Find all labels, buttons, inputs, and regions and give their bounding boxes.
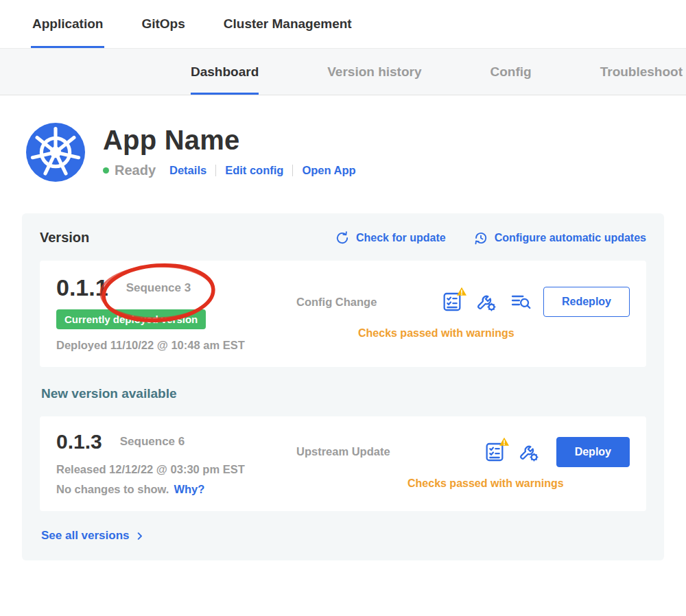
new-version-card: 0.1.3 Sequence 6 Released 12/12/22 @ 03:… [40,416,646,511]
config-wrench-icon[interactable] [518,441,540,463]
why-link[interactable]: Why? [174,483,204,496]
no-changes-text: No changes to show. [56,483,169,496]
preflight-checks-icon[interactable] [441,291,463,313]
sub-nav: Dashboard Version history Config Trouble… [0,49,686,95]
released-timestamp: Released 12/12/22 @ 03:30 pm EST [56,463,289,476]
current-version-check-icons [441,291,532,313]
scheduled-update-icon [473,230,488,246]
check-for-update-label: Check for update [356,232,446,244]
open-app-link[interactable]: Open App [302,164,355,177]
divider [215,165,216,176]
app-header: App Name Ready Details Edit config Open … [26,123,686,182]
config-wrench-icon[interactable] [475,291,497,313]
preflight-checks-icon[interactable] [484,441,506,463]
version-section: Version Check for update [22,213,664,560]
status-row: Ready Details Edit config Open App [103,163,356,178]
tab-config[interactable]: Config [490,49,532,95]
warning-triangle-icon [499,436,510,447]
current-version-source: Config Change [296,296,416,309]
refresh-icon [335,230,350,246]
configure-automatic-updates-label: Configure automatic updates [495,232,646,244]
new-version-heading: New version available [41,386,646,401]
app-header-text: App Name Ready Details Edit config Open … [103,123,356,178]
tab-troubleshoot[interactable]: Troubleshoot [600,49,683,95]
tab-version-history[interactable]: Version history [327,49,421,95]
tab-application[interactable]: Application [31,0,104,48]
kubernetes-logo-icon [26,123,85,182]
current-version-number: 0.1.1 [56,274,108,301]
warning-triangle-icon [456,286,467,297]
current-version-info: 0.1.1 Sequence 3 Currently deployed vers… [56,274,289,352]
tab-cluster-management[interactable]: Cluster Management [222,0,353,48]
top-nav: Application GitOps Cluster Management [0,0,686,49]
view-files-search-icon[interactable] [510,291,532,313]
version-section-title: Version [40,230,89,246]
status-dot-icon [103,167,109,174]
see-all-versions-label: See all versions [41,529,130,543]
new-version-actions: Upstream Update [289,430,630,496]
tab-dashboard[interactable]: Dashboard [191,49,259,95]
tab-gitops[interactable]: GitOps [140,0,186,48]
divider [292,165,293,176]
check-for-update-button[interactable]: Check for update [335,230,446,246]
deployed-timestamp: Deployed 11/10/22 @ 10:48 am EST [56,339,289,352]
current-version-sequence: Sequence 3 [126,281,191,295]
new-version-sequence: Sequence 6 [120,435,185,449]
current-version-checks-status: Checks passed with warnings [358,327,630,340]
details-link[interactable]: Details [169,164,206,177]
current-version-actions: Config Change [289,274,630,352]
version-section-header: Version Check for update [40,230,646,246]
page-title: App Name [103,124,356,156]
redeploy-button[interactable]: Redeploy [543,287,630,317]
current-version-card: 0.1.1 Sequence 3 Currently deployed vers… [40,261,646,367]
status-text: Ready [115,163,156,178]
new-version-number: 0.1.3 [56,430,102,453]
new-version-check-icons [484,441,540,463]
see-all-versions-link[interactable]: See all versions [41,529,145,543]
edit-config-link[interactable]: Edit config [225,164,283,177]
configure-automatic-updates-button[interactable]: Configure automatic updates [473,230,646,246]
currently-deployed-badge: Currently deployed version [56,309,206,329]
new-version-checks-status: Checks passed with warnings [407,477,630,490]
deploy-button[interactable]: Deploy [556,437,630,467]
new-version-source: Upstream Update [296,445,416,458]
new-version-info: 0.1.3 Sequence 6 Released 12/12/22 @ 03:… [56,430,289,496]
version-actions: Check for update Configure automatic upd… [335,230,646,246]
chevron-right-icon [134,531,145,541]
